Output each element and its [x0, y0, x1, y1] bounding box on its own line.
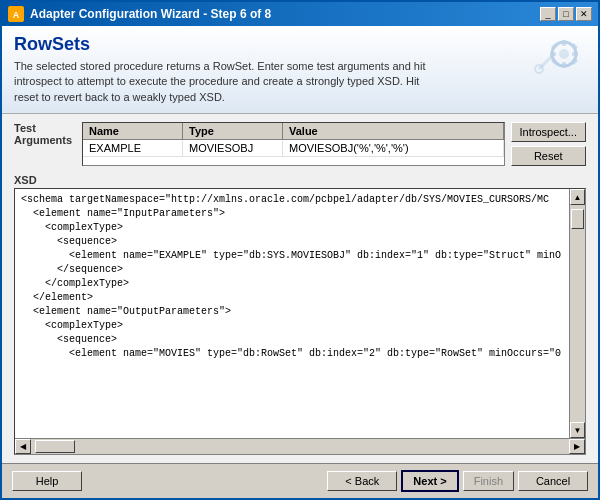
cancel-button[interactable]: Cancel — [518, 471, 588, 491]
window-icon: A — [8, 6, 24, 22]
cell-name: EXAMPLE — [83, 140, 183, 156]
cell-type: MOVIESOBJ — [183, 140, 283, 156]
xsd-label: XSD — [14, 174, 586, 186]
svg-text:A: A — [13, 10, 20, 20]
vertical-scrollbar[interactable]: ▲ ▼ — [569, 189, 585, 438]
svg-rect-4 — [562, 40, 566, 46]
close-button[interactable]: ✕ — [576, 7, 592, 21]
xsd-content[interactable]: <schema targetNamespace="http://xmlns.or… — [15, 189, 569, 438]
window-controls: _ □ ✕ — [540, 7, 592, 21]
introspect-button[interactable]: Introspect... — [511, 122, 586, 142]
footer-left: Help — [12, 471, 82, 491]
table-header: Name Type Value — [83, 123, 504, 140]
title-bar: A Adapter Configuration Wizard - Step 6 … — [2, 2, 598, 26]
help-button[interactable]: Help — [12, 471, 82, 491]
hscroll-thumb-area — [31, 439, 569, 454]
column-header-type: Type — [183, 123, 283, 139]
test-arguments-table: Name Type Value EXAMPLE MOVIESOBJ MOVIES… — [82, 122, 505, 166]
gear-icon — [529, 34, 584, 84]
reset-button[interactable]: Reset — [511, 146, 586, 166]
test-arguments-label: Test Arguments — [14, 122, 74, 146]
scroll-down-button[interactable]: ▼ — [570, 422, 585, 438]
table-row[interactable]: EXAMPLE MOVIESOBJ MOVIESOBJ('%','%','%') — [83, 140, 504, 157]
svg-rect-5 — [562, 62, 566, 68]
header-icon — [526, 34, 586, 84]
main-content: Test Arguments Name Type Value EXAMPLE — [2, 114, 598, 463]
next-button[interactable]: Next > — [401, 470, 458, 492]
page-title: RowSets — [14, 34, 526, 55]
finish-button: Finish — [463, 471, 514, 491]
header-description: The selected stored procedure returns a … — [14, 59, 434, 105]
window-title: Adapter Configuration Wizard - Step 6 of… — [30, 7, 534, 21]
column-header-name: Name — [83, 123, 183, 139]
footer: Help < Back Next > Finish Cancel — [2, 463, 598, 498]
xsd-section: XSD <schema targetNamespace="http://xmln… — [14, 174, 586, 455]
scroll-left-button[interactable]: ◀ — [15, 439, 31, 454]
scroll-thumb[interactable] — [571, 209, 584, 229]
maximize-button[interactable]: □ — [558, 7, 574, 21]
back-button[interactable]: < Back — [327, 471, 397, 491]
hscroll-thumb[interactable] — [35, 440, 75, 453]
horizontal-scrollbar: ◀ ▶ — [15, 438, 585, 454]
main-window: A Adapter Configuration Wizard - Step 6 … — [0, 0, 600, 500]
table-and-buttons: Name Type Value EXAMPLE MOVIESOBJ MOVIES… — [82, 122, 586, 166]
footer-right: < Back Next > Finish Cancel — [327, 470, 588, 492]
minimize-button[interactable]: _ — [540, 7, 556, 21]
scroll-thumb-area — [570, 205, 585, 422]
column-header-value: Value — [283, 123, 504, 139]
header-section: RowSets The selected stored procedure re… — [2, 26, 598, 114]
scroll-up-button[interactable]: ▲ — [570, 189, 585, 205]
scroll-right-button[interactable]: ▶ — [569, 439, 585, 454]
cell-value: MOVIESOBJ('%','%','%') — [283, 140, 504, 156]
content-area: RowSets The selected stored procedure re… — [2, 26, 598, 498]
test-arguments-section: Test Arguments Name Type Value EXAMPLE — [14, 122, 586, 166]
table-buttons: Introspect... Reset — [511, 122, 586, 166]
svg-point-3 — [559, 49, 569, 59]
header-left: RowSets The selected stored procedure re… — [14, 34, 526, 105]
svg-rect-7 — [572, 52, 578, 56]
